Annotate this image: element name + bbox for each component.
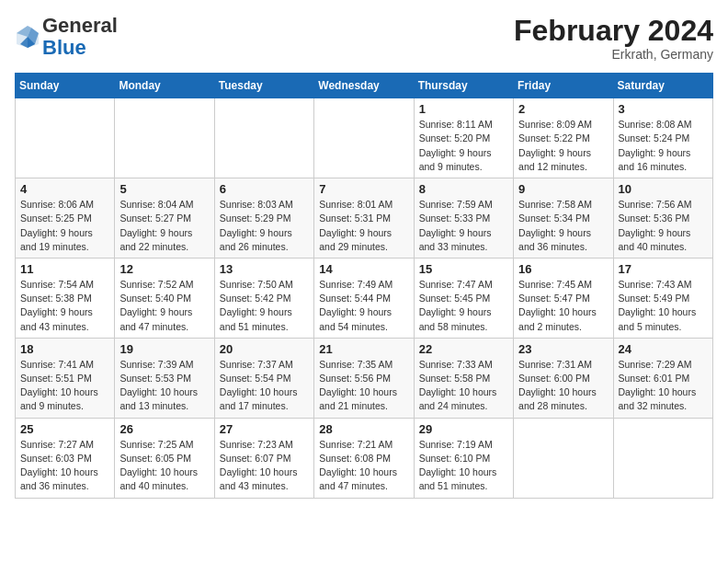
calendar-week-row: 18Sunrise: 7:41 AM Sunset: 5:51 PM Dayli… <box>16 338 713 418</box>
weekday-header-row: SundayMondayTuesdayWednesdayThursdayFrid… <box>16 74 713 98</box>
calendar-week-row: 25Sunrise: 7:27 AM Sunset: 6:03 PM Dayli… <box>16 418 713 498</box>
day-number: 28 <box>319 422 408 436</box>
calendar-cell <box>115 98 214 178</box>
day-info: Sunrise: 8:06 AM Sunset: 5:25 PM Dayligh… <box>20 198 109 254</box>
calendar-cell: 20Sunrise: 7:37 AM Sunset: 5:54 PM Dayli… <box>214 338 313 418</box>
day-info: Sunrise: 7:37 AM Sunset: 5:54 PM Dayligh… <box>220 358 309 414</box>
day-number: 17 <box>619 262 708 276</box>
calendar-cell: 3Sunrise: 8:08 AM Sunset: 5:24 PM Daylig… <box>613 98 712 178</box>
day-info: Sunrise: 7:25 AM Sunset: 6:05 PM Dayligh… <box>119 438 209 494</box>
day-number: 7 <box>319 182 408 196</box>
calendar-cell: 27Sunrise: 7:23 AM Sunset: 6:07 PM Dayli… <box>214 418 313 498</box>
calendar-cell: 16Sunrise: 7:45 AM Sunset: 5:47 PM Dayli… <box>514 258 613 338</box>
calendar-cell: 17Sunrise: 7:43 AM Sunset: 5:49 PM Dayli… <box>613 258 712 338</box>
calendar-cell: 12Sunrise: 7:52 AM Sunset: 5:40 PM Dayli… <box>115 258 214 338</box>
day-info: Sunrise: 7:27 AM Sunset: 6:03 PM Dayligh… <box>20 438 109 494</box>
calendar-week-row: 1Sunrise: 8:11 AM Sunset: 5:20 PM Daylig… <box>16 98 713 178</box>
day-number: 10 <box>619 182 708 196</box>
day-number: 11 <box>20 262 109 276</box>
page-header: General Blue February 2024 Erkrath, Germ… <box>15 15 713 62</box>
day-info: Sunrise: 7:45 AM Sunset: 5:47 PM Dayligh… <box>518 278 608 334</box>
day-number: 1 <box>419 102 508 116</box>
day-info: Sunrise: 7:47 AM Sunset: 5:45 PM Dayligh… <box>419 278 508 334</box>
day-number: 9 <box>518 182 608 196</box>
calendar-week-row: 11Sunrise: 7:54 AM Sunset: 5:38 PM Dayli… <box>16 258 713 338</box>
calendar-cell: 7Sunrise: 8:01 AM Sunset: 5:31 PM Daylig… <box>314 178 414 259</box>
weekday-header-monday: Monday <box>115 74 214 98</box>
calendar-table: SundayMondayTuesdayWednesdayThursdayFrid… <box>15 73 713 498</box>
calendar-cell: 14Sunrise: 7:49 AM Sunset: 5:44 PM Dayli… <box>314 258 414 338</box>
day-number: 14 <box>319 262 408 276</box>
month-year-title: February 2024 <box>514 15 713 47</box>
day-info: Sunrise: 7:58 AM Sunset: 5:34 PM Dayligh… <box>518 198 608 254</box>
day-info: Sunrise: 7:33 AM Sunset: 5:58 PM Dayligh… <box>419 358 508 414</box>
day-info: Sunrise: 8:01 AM Sunset: 5:31 PM Dayligh… <box>319 198 408 254</box>
day-info: Sunrise: 8:09 AM Sunset: 5:22 PM Dayligh… <box>518 118 608 174</box>
calendar-cell: 22Sunrise: 7:33 AM Sunset: 5:58 PM Dayli… <box>414 338 513 418</box>
day-number: 6 <box>220 182 309 196</box>
calendar-cell: 23Sunrise: 7:31 AM Sunset: 6:00 PM Dayli… <box>514 338 613 418</box>
calendar-cell: 4Sunrise: 8:06 AM Sunset: 5:25 PM Daylig… <box>16 178 115 259</box>
calendar-cell: 5Sunrise: 8:04 AM Sunset: 5:27 PM Daylig… <box>115 178 214 259</box>
day-info: Sunrise: 7:56 AM Sunset: 5:36 PM Dayligh… <box>619 198 708 254</box>
day-number: 15 <box>419 262 508 276</box>
calendar-cell: 28Sunrise: 7:21 AM Sunset: 6:08 PM Dayli… <box>314 418 414 498</box>
day-info: Sunrise: 7:29 AM Sunset: 6:01 PM Dayligh… <box>619 358 708 414</box>
day-number: 21 <box>319 342 408 356</box>
day-number: 26 <box>119 422 209 436</box>
weekday-header-friday: Friday <box>514 74 613 98</box>
calendar-cell <box>613 418 712 498</box>
day-number: 4 <box>20 182 109 196</box>
day-number: 29 <box>419 422 508 436</box>
calendar-cell: 9Sunrise: 7:58 AM Sunset: 5:34 PM Daylig… <box>514 178 613 259</box>
calendar-cell: 25Sunrise: 7:27 AM Sunset: 6:03 PM Dayli… <box>16 418 115 498</box>
day-info: Sunrise: 7:31 AM Sunset: 6:00 PM Dayligh… <box>518 358 608 414</box>
day-number: 3 <box>619 102 708 116</box>
weekday-header-thursday: Thursday <box>414 74 513 98</box>
calendar-cell: 29Sunrise: 7:19 AM Sunset: 6:10 PM Dayli… <box>414 418 513 498</box>
day-info: Sunrise: 7:21 AM Sunset: 6:08 PM Dayligh… <box>319 438 408 494</box>
day-info: Sunrise: 8:03 AM Sunset: 5:29 PM Dayligh… <box>220 198 309 254</box>
calendar-cell: 13Sunrise: 7:50 AM Sunset: 5:42 PM Dayli… <box>214 258 313 338</box>
day-info: Sunrise: 7:59 AM Sunset: 5:33 PM Dayligh… <box>419 198 508 254</box>
day-info: Sunrise: 7:52 AM Sunset: 5:40 PM Dayligh… <box>119 278 209 334</box>
weekday-header-tuesday: Tuesday <box>214 74 313 98</box>
logo-general-text: General <box>42 14 118 37</box>
calendar-cell: 15Sunrise: 7:47 AM Sunset: 5:45 PM Dayli… <box>414 258 513 338</box>
logo-icon <box>15 24 40 50</box>
calendar-cell: 8Sunrise: 7:59 AM Sunset: 5:33 PM Daylig… <box>414 178 513 259</box>
day-info: Sunrise: 7:39 AM Sunset: 5:53 PM Dayligh… <box>119 358 209 414</box>
weekday-header-wednesday: Wednesday <box>314 74 414 98</box>
calendar-cell: 1Sunrise: 8:11 AM Sunset: 5:20 PM Daylig… <box>414 98 513 178</box>
calendar-cell: 19Sunrise: 7:39 AM Sunset: 5:53 PM Dayli… <box>115 338 214 418</box>
calendar-cell: 2Sunrise: 8:09 AM Sunset: 5:22 PM Daylig… <box>514 98 613 178</box>
day-number: 8 <box>419 182 508 196</box>
calendar-cell <box>214 98 313 178</box>
day-info: Sunrise: 8:11 AM Sunset: 5:20 PM Dayligh… <box>419 118 508 174</box>
day-number: 25 <box>20 422 109 436</box>
day-number: 13 <box>220 262 309 276</box>
day-number: 16 <box>518 262 608 276</box>
calendar-cell: 10Sunrise: 7:56 AM Sunset: 5:36 PM Dayli… <box>613 178 712 259</box>
day-info: Sunrise: 7:35 AM Sunset: 5:56 PM Dayligh… <box>319 358 408 414</box>
day-number: 18 <box>20 342 109 356</box>
day-number: 2 <box>518 102 608 116</box>
logo: General Blue <box>15 15 118 59</box>
calendar-cell <box>16 98 115 178</box>
calendar-cell <box>514 418 613 498</box>
day-number: 19 <box>119 342 209 356</box>
day-number: 24 <box>619 342 708 356</box>
calendar-week-row: 4Sunrise: 8:06 AM Sunset: 5:25 PM Daylig… <box>16 178 713 259</box>
day-info: Sunrise: 7:23 AM Sunset: 6:07 PM Dayligh… <box>220 438 309 494</box>
calendar-body: 1Sunrise: 8:11 AM Sunset: 5:20 PM Daylig… <box>16 98 713 498</box>
day-info: Sunrise: 8:04 AM Sunset: 5:27 PM Dayligh… <box>119 198 209 254</box>
day-number: 20 <box>220 342 309 356</box>
day-info: Sunrise: 7:19 AM Sunset: 6:10 PM Dayligh… <box>419 438 508 494</box>
weekday-header-saturday: Saturday <box>613 74 712 98</box>
calendar-cell <box>314 98 414 178</box>
logo-blue-text: Blue <box>42 36 86 59</box>
weekday-header-sunday: Sunday <box>16 74 115 98</box>
day-info: Sunrise: 7:54 AM Sunset: 5:38 PM Dayligh… <box>20 278 109 334</box>
day-number: 27 <box>220 422 309 436</box>
calendar-cell: 6Sunrise: 8:03 AM Sunset: 5:29 PM Daylig… <box>214 178 313 259</box>
